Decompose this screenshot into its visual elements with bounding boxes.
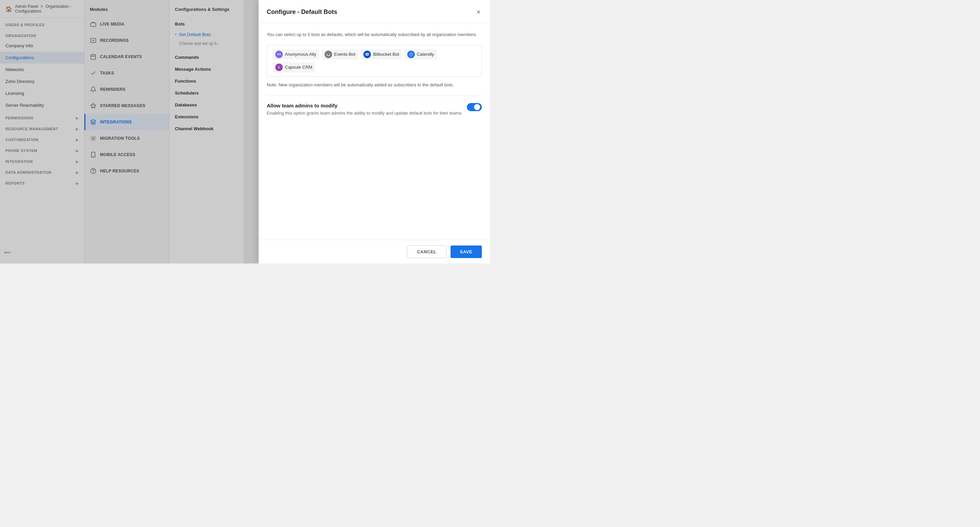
capsule-crm-avatar: C	[275, 63, 283, 71]
allow-team-admins-toggle[interactable]	[467, 103, 482, 111]
calendly-label: Calendly	[417, 52, 434, 57]
bot-tag-anonymous-ally[interactable]: AA Anonymous Ally	[272, 49, 319, 59]
modal-note: Note: New organization members will be a…	[267, 82, 482, 87]
bot-tag-calendly[interactable]: Calendly	[404, 49, 437, 59]
cancel-button[interactable]: CANCEL	[407, 246, 446, 258]
modal-description: You can select up to 5 bots as defaults,…	[267, 31, 482, 38]
bitbucket-bot-label: Bitbucket Bot	[373, 52, 399, 57]
modal-close-button[interactable]: ×	[475, 7, 482, 17]
modal-divider	[267, 95, 482, 96]
modal-header: Configure - Default Bots ×	[259, 0, 490, 23]
anonymous-ally-label: Anonymous Ally	[285, 52, 317, 57]
bot-tag-capsule-crm[interactable]: C Capsule CRM	[272, 62, 315, 72]
configure-default-bots-modal: Configure - Default Bots × You can selec…	[259, 0, 490, 264]
toggle-description: Enabling this option grants team admins …	[267, 110, 463, 117]
events-bot-label: Events Bot	[334, 52, 356, 57]
toggle-slider	[467, 103, 482, 111]
modal-title: Configure - Default Bots	[267, 8, 337, 16]
events-bot-avatar	[325, 51, 332, 58]
toggle-label: Allow team admins to modify	[267, 103, 463, 108]
bot-tag-bitbucket-bot[interactable]: Bitbucket Bot	[361, 49, 402, 59]
modal-footer: CANCEL SAVE	[259, 240, 490, 264]
anonymous-ally-avatar: AA	[275, 51, 283, 58]
bot-tags-container: AA Anonymous Ally Events Bot Bitbucket B…	[267, 45, 482, 77]
bot-tag-events-bot[interactable]: Events Bot	[322, 49, 358, 59]
capsule-crm-label: Capsule CRM	[285, 65, 312, 70]
save-button[interactable]: SAVE	[450, 246, 482, 258]
bitbucket-bot-avatar	[363, 51, 371, 58]
modal-body: You can select up to 5 bots as defaults,…	[259, 23, 490, 240]
calendly-avatar	[407, 51, 415, 58]
toggle-section: Allow team admins to modify Enabling thi…	[267, 103, 482, 117]
